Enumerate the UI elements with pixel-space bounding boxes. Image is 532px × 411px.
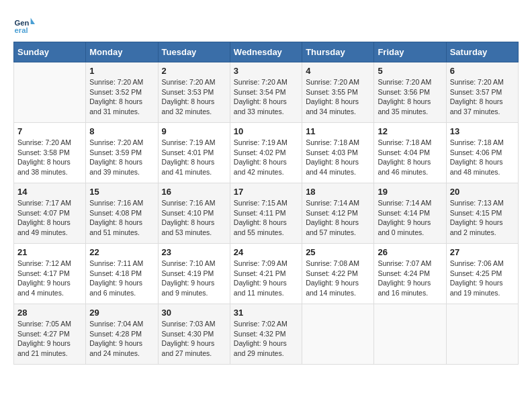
day-info: Sunrise: 7:16 AM Sunset: 4:10 PM Dayligh…: [162, 198, 226, 238]
calendar-cell: 24Sunrise: 7:09 AM Sunset: 4:21 PM Dayli…: [230, 244, 302, 304]
calendar-cell: 4Sunrise: 7:20 AM Sunset: 3:55 PM Daylig…: [302, 62, 374, 123]
day-info: Sunrise: 7:20 AM Sunset: 3:54 PM Dayligh…: [234, 77, 298, 117]
calendar-cell: 29Sunrise: 7:04 AM Sunset: 4:28 PM Dayli…: [86, 304, 158, 365]
calendar-cell: 21Sunrise: 7:12 AM Sunset: 4:17 PM Dayli…: [14, 244, 86, 304]
day-number: 13: [450, 126, 515, 136]
day-info: Sunrise: 7:08 AM Sunset: 4:22 PM Dayligh…: [306, 259, 370, 298]
calendar-cell: 1Sunrise: 7:20 AM Sunset: 3:52 PM Daylig…: [86, 62, 158, 123]
calendar-cell: 16Sunrise: 7:16 AM Sunset: 4:10 PM Dayli…: [158, 183, 230, 244]
day-number: 22: [89, 247, 154, 257]
calendar-week-row: 1Sunrise: 7:20 AM Sunset: 3:52 PM Daylig…: [14, 62, 519, 123]
day-info: Sunrise: 7:02 AM Sunset: 4:32 PM Dayligh…: [234, 319, 298, 359]
weekday-header-sunday: Sunday: [14, 42, 86, 62]
day-info: Sunrise: 7:20 AM Sunset: 3:55 PM Dayligh…: [306, 77, 370, 117]
day-number: 4: [306, 66, 370, 76]
day-number: 15: [89, 187, 154, 197]
day-info: Sunrise: 7:06 AM Sunset: 4:25 PM Dayligh…: [450, 259, 515, 298]
day-info: Sunrise: 7:20 AM Sunset: 3:56 PM Dayligh…: [378, 77, 442, 117]
day-number: 12: [378, 126, 442, 136]
calendar-cell: 28Sunrise: 7:05 AM Sunset: 4:27 PM Dayli…: [14, 304, 86, 365]
weekday-header-saturday: Saturday: [446, 42, 518, 62]
day-number: 20: [450, 187, 515, 197]
calendar-cell: 10Sunrise: 7:19 AM Sunset: 4:02 PM Dayli…: [230, 123, 302, 183]
calendar-cell: 6Sunrise: 7:20 AM Sunset: 3:57 PM Daylig…: [446, 62, 518, 123]
day-info: Sunrise: 7:17 AM Sunset: 4:07 PM Dayligh…: [17, 198, 82, 238]
day-number: 31: [234, 308, 298, 318]
day-number: 7: [17, 126, 82, 136]
day-number: 8: [89, 126, 154, 136]
day-info: Sunrise: 7:20 AM Sunset: 3:57 PM Dayligh…: [450, 77, 515, 117]
calendar-week-row: 21Sunrise: 7:12 AM Sunset: 4:17 PM Dayli…: [14, 244, 519, 304]
calendar-cell: 12Sunrise: 7:18 AM Sunset: 4:04 PM Dayli…: [374, 123, 446, 183]
calendar-cell: 5Sunrise: 7:20 AM Sunset: 3:56 PM Daylig…: [374, 62, 446, 123]
svg-text:eral: eral: [15, 26, 28, 34]
calendar-cell: 27Sunrise: 7:06 AM Sunset: 4:25 PM Dayli…: [446, 244, 518, 304]
day-number: 21: [17, 247, 82, 257]
calendar-cell: 26Sunrise: 7:07 AM Sunset: 4:24 PM Dayli…: [374, 244, 446, 304]
day-info: Sunrise: 7:16 AM Sunset: 4:08 PM Dayligh…: [89, 198, 154, 238]
calendar-cell: 2Sunrise: 7:20 AM Sunset: 3:53 PM Daylig…: [158, 62, 230, 123]
calendar-week-row: 7Sunrise: 7:20 AM Sunset: 3:58 PM Daylig…: [14, 123, 519, 183]
day-number: 17: [234, 187, 298, 197]
day-info: Sunrise: 7:09 AM Sunset: 4:21 PM Dayligh…: [234, 259, 298, 298]
calendar-cell: 14Sunrise: 7:17 AM Sunset: 4:07 PM Dayli…: [14, 183, 86, 244]
day-info: Sunrise: 7:12 AM Sunset: 4:17 PM Dayligh…: [17, 259, 82, 298]
page-header: Gen eral: [13, 13, 519, 35]
calendar-cell: [302, 304, 374, 365]
day-info: Sunrise: 7:15 AM Sunset: 4:11 PM Dayligh…: [234, 198, 298, 238]
day-info: Sunrise: 7:07 AM Sunset: 4:24 PM Dayligh…: [378, 259, 442, 298]
calendar-cell: 31Sunrise: 7:02 AM Sunset: 4:32 PM Dayli…: [230, 304, 302, 365]
calendar-cell: [14, 62, 86, 123]
calendar-cell: 9Sunrise: 7:19 AM Sunset: 4:01 PM Daylig…: [158, 123, 230, 183]
day-number: 5: [378, 66, 442, 76]
weekday-header-tuesday: Tuesday: [158, 42, 230, 62]
day-number: 28: [17, 308, 82, 318]
weekday-header-monday: Monday: [86, 42, 158, 62]
calendar-cell: 23Sunrise: 7:10 AM Sunset: 4:19 PM Dayli…: [158, 244, 230, 304]
calendar-cell: 7Sunrise: 7:20 AM Sunset: 3:58 PM Daylig…: [14, 123, 86, 183]
day-info: Sunrise: 7:20 AM Sunset: 3:58 PM Dayligh…: [17, 138, 82, 177]
calendar-cell: 17Sunrise: 7:15 AM Sunset: 4:11 PM Dayli…: [230, 183, 302, 244]
day-number: 11: [306, 126, 370, 136]
calendar-cell: [446, 304, 518, 365]
day-info: Sunrise: 7:03 AM Sunset: 4:30 PM Dayligh…: [162, 319, 226, 359]
svg-text:Gen: Gen: [15, 19, 30, 27]
day-number: 19: [378, 187, 442, 197]
calendar-cell: 30Sunrise: 7:03 AM Sunset: 4:30 PM Dayli…: [158, 304, 230, 365]
day-number: 16: [162, 187, 226, 197]
calendar-cell: [374, 304, 446, 365]
calendar-cell: 25Sunrise: 7:08 AM Sunset: 4:22 PM Dayli…: [302, 244, 374, 304]
day-info: Sunrise: 7:13 AM Sunset: 4:15 PM Dayligh…: [450, 198, 515, 238]
day-number: 25: [306, 247, 370, 257]
day-info: Sunrise: 7:19 AM Sunset: 4:01 PM Dayligh…: [162, 138, 226, 177]
day-info: Sunrise: 7:20 AM Sunset: 3:53 PM Dayligh…: [162, 77, 226, 117]
day-info: Sunrise: 7:20 AM Sunset: 3:59 PM Dayligh…: [89, 138, 154, 177]
day-info: Sunrise: 7:18 AM Sunset: 4:06 PM Dayligh…: [450, 138, 515, 177]
day-number: 30: [162, 308, 226, 318]
day-number: 14: [17, 187, 82, 197]
calendar-cell: 8Sunrise: 7:20 AM Sunset: 3:59 PM Daylig…: [86, 123, 158, 183]
day-number: 27: [450, 247, 515, 257]
calendar-cell: 18Sunrise: 7:14 AM Sunset: 4:12 PM Dayli…: [302, 183, 374, 244]
day-info: Sunrise: 7:14 AM Sunset: 4:12 PM Dayligh…: [306, 198, 370, 238]
day-info: Sunrise: 7:18 AM Sunset: 4:04 PM Dayligh…: [378, 138, 442, 177]
day-info: Sunrise: 7:11 AM Sunset: 4:18 PM Dayligh…: [89, 259, 154, 298]
svg-marker-2: [31, 17, 35, 24]
day-number: 6: [450, 66, 515, 76]
weekday-header-friday: Friday: [374, 42, 446, 62]
day-info: Sunrise: 7:10 AM Sunset: 4:19 PM Dayligh…: [162, 259, 226, 298]
calendar-cell: 19Sunrise: 7:14 AM Sunset: 4:14 PM Dayli…: [374, 183, 446, 244]
day-number: 3: [234, 66, 298, 76]
day-info: Sunrise: 7:14 AM Sunset: 4:14 PM Dayligh…: [378, 198, 442, 238]
day-number: 29: [89, 308, 154, 318]
day-info: Sunrise: 7:20 AM Sunset: 3:52 PM Dayligh…: [89, 77, 154, 117]
calendar-cell: 20Sunrise: 7:13 AM Sunset: 4:15 PM Dayli…: [446, 183, 518, 244]
weekday-header-row: SundayMondayTuesdayWednesdayThursdayFrid…: [14, 42, 519, 62]
calendar-week-row: 28Sunrise: 7:05 AM Sunset: 4:27 PM Dayli…: [14, 304, 519, 365]
calendar-cell: 3Sunrise: 7:20 AM Sunset: 3:54 PM Daylig…: [230, 62, 302, 123]
logo-icon: Gen eral: [13, 13, 35, 35]
day-number: 18: [306, 187, 370, 197]
calendar-cell: 22Sunrise: 7:11 AM Sunset: 4:18 PM Dayli…: [86, 244, 158, 304]
day-info: Sunrise: 7:18 AM Sunset: 4:03 PM Dayligh…: [306, 138, 370, 177]
day-number: 2: [162, 66, 226, 76]
